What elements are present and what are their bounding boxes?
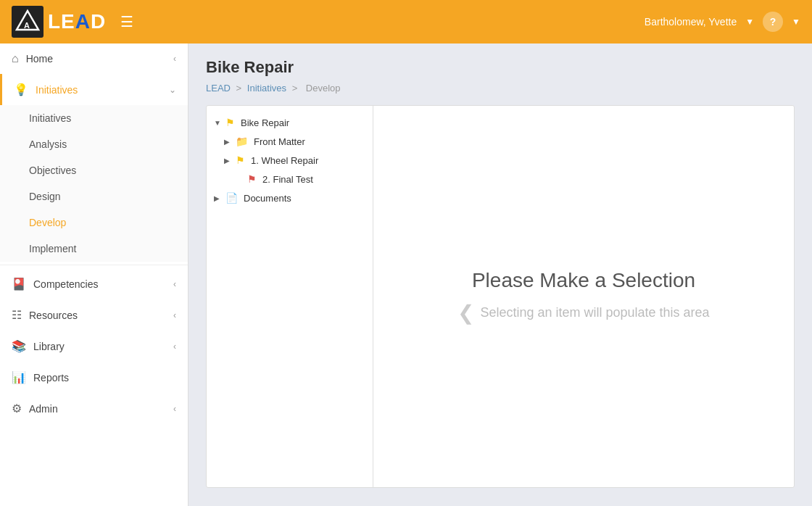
content-area: ▼ ⚑ Bike Repair ▶ 📁 Front Matter ▶ ⚑ 1. … (206, 105, 795, 488)
tree-item-documents[interactable]: ▶ 📄 Documents (207, 188, 373, 207)
user-dropdown-arrow[interactable]: ▼ (745, 17, 754, 27)
app-header: A LEAD ☰ Bartholomew, Yvette ▼ ? ▼ (0, 0, 812, 43)
breadcrumb-sep1: > (236, 83, 244, 94)
tree-item-final-test[interactable]: ▶ ⚑ 2. Final Test (207, 170, 373, 188)
sidebar-item-home[interactable]: ⌂ Home ‹ (0, 43, 188, 74)
reports-icon: 📊 (12, 370, 26, 384)
library-label: Library (33, 341, 166, 352)
initiatives-chevron: ⌄ (169, 85, 176, 95)
sidebar-divider-1 (0, 265, 188, 265)
sidebar: ⌂ Home ‹ 💡 Initiatives ⌄ Initiatives Ana… (0, 43, 188, 506)
breadcrumb-sep2: > (292, 83, 300, 94)
sidebar-item-admin[interactable]: ⚙ Admin ‹ (0, 393, 188, 424)
main-content: Bike Repair LEAD > Initiatives > Develop… (188, 43, 812, 506)
tree-wheel-repair-label: 1. Wheel Repair (251, 155, 318, 166)
submenu-initiatives[interactable]: Initiatives (0, 105, 188, 131)
logo: A LEAD (12, 6, 106, 38)
admin-chevron: ‹ (173, 404, 176, 414)
breadcrumb-develop: Develop (306, 83, 341, 94)
hint-text: Selecting an item will populate this are… (480, 305, 709, 320)
tree-front-matter-label: Front Matter (254, 136, 305, 147)
selection-title: Please Make a Selection (472, 269, 695, 292)
tree-final-test-label: 2. Final Test (262, 174, 313, 185)
submenu-analysis[interactable]: Analysis (0, 131, 188, 157)
main-layout: ⌂ Home ‹ 💡 Initiatives ⌄ Initiatives Ana… (0, 43, 812, 506)
home-chevron: ‹ (173, 54, 176, 64)
sidebar-item-competencies[interactable]: 🎴 Competencies ‹ (0, 268, 188, 299)
resources-icon: ☷ (12, 308, 22, 322)
selection-panel: Please Make a Selection ❮ Selecting an i… (373, 106, 794, 487)
tree-docs-toggle[interactable]: ▶ (214, 194, 221, 202)
tree-root-label: Bike Repair (241, 117, 289, 128)
help-dropdown-arrow[interactable]: ▼ (792, 17, 800, 27)
reports-label: Reports (33, 372, 176, 383)
header-right: Bartholomew, Yvette ▼ ? ▼ (645, 12, 800, 32)
folder-icon: 📁 (236, 136, 248, 147)
page-title: Bike Repair (206, 58, 795, 77)
sidebar-item-resources[interactable]: ☷ Resources ‹ (0, 299, 188, 331)
initiatives-submenu: Initiatives Analysis Objectives Design D… (0, 105, 188, 262)
brand-text: LEAD (48, 10, 106, 33)
sidebar-item-initiatives[interactable]: 💡 Initiatives ⌄ (0, 74, 188, 105)
tree-front-matter-toggle[interactable]: ▶ (224, 138, 231, 146)
competencies-label: Competencies (33, 278, 166, 290)
tree-root-toggle[interactable]: ▼ (214, 119, 221, 127)
library-chevron: ‹ (173, 341, 176, 352)
breadcrumb-initiatives[interactable]: Initiatives (247, 83, 286, 94)
documents-icon: 📄 (225, 192, 238, 204)
tree-documents-label: Documents (244, 193, 291, 204)
selection-hint: ❮ Selecting an item will populate this a… (457, 301, 709, 325)
tree-panel: ▼ ⚑ Bike Repair ▶ 📁 Front Matter ▶ ⚑ 1. … (207, 106, 373, 487)
resources-chevron: ‹ (173, 310, 176, 320)
breadcrumb-lead[interactable]: LEAD (206, 83, 231, 94)
final-test-flag: ⚑ (247, 173, 257, 185)
sidebar-item-library[interactable]: 📚 Library ‹ (0, 331, 188, 362)
header-left: A LEAD ☰ (12, 6, 133, 38)
user-name[interactable]: Bartholomew, Yvette (645, 16, 737, 28)
library-icon: 📚 (12, 339, 26, 353)
hamburger-icon[interactable]: ☰ (120, 13, 133, 30)
submenu-develop[interactable]: Develop (0, 210, 188, 236)
sidebar-item-reports[interactable]: 📊 Reports (0, 362, 188, 393)
tree-root-flag: ⚑ (225, 117, 235, 128)
submenu-design[interactable]: Design (0, 183, 188, 210)
admin-icon: ⚙ (12, 402, 22, 415)
svg-text:A: A (24, 21, 30, 30)
admin-label: Admin (29, 403, 166, 415)
resources-label: Resources (29, 310, 166, 321)
competencies-icon: 🎴 (12, 277, 26, 291)
logo-icon: A (12, 6, 44, 38)
submenu-implement[interactable]: Implement (0, 236, 188, 262)
breadcrumb: LEAD > Initiatives > Develop (206, 83, 795, 94)
tree-root[interactable]: ▼ ⚑ Bike Repair (207, 113, 373, 132)
initiatives-label: Initiatives (36, 84, 162, 96)
initiatives-icon: 💡 (14, 83, 28, 96)
tree-item-front-matter[interactable]: ▶ 📁 Front Matter (207, 132, 373, 151)
home-label: Home (26, 53, 166, 65)
wheel-repair-flag: ⚑ (236, 154, 245, 166)
tree-wheel-toggle[interactable]: ▶ (224, 157, 231, 165)
hint-chevron-icon: ❮ (457, 301, 474, 325)
competencies-chevron: ‹ (173, 279, 176, 289)
help-button[interactable]: ? (763, 12, 783, 32)
submenu-objectives[interactable]: Objectives (0, 157, 188, 183)
tree-item-wheel-repair[interactable]: ▶ ⚑ 1. Wheel Repair (207, 151, 373, 170)
home-icon: ⌂ (12, 52, 19, 65)
